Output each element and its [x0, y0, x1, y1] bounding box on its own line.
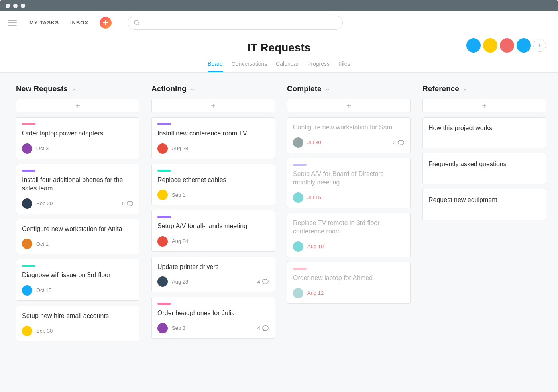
tab-conversations[interactable]: Conversations — [232, 61, 267, 72]
assignee-avatar[interactable] — [22, 198, 32, 209]
card-title: Order laptop power adapters — [22, 129, 134, 138]
window-dot — [6, 4, 10, 8]
tab-board[interactable]: Board — [208, 61, 222, 72]
add-card-button[interactable]: + — [16, 99, 140, 112]
add-card-button[interactable]: + — [287, 99, 411, 112]
task-card[interactable]: Setup new hire email accountsSep 30 — [16, 306, 140, 341]
column: New Requests⌄+Order laptop power adapter… — [16, 84, 140, 346]
task-card[interactable]: Diagnose wifi issue on 3rd floorOct 15 — [16, 259, 140, 301]
nav-inbox[interactable]: INBOX — [70, 20, 88, 25]
assignee-avatar[interactable] — [293, 192, 303, 203]
assignee-avatar[interactable] — [157, 323, 168, 333]
card-title: Install four additional phones for the s… — [22, 176, 134, 193]
card-tag — [22, 123, 35, 125]
card-footer: Oct 3 — [22, 143, 134, 154]
task-card[interactable]: How this project works — [422, 117, 546, 148]
column-title: New Requests — [16, 84, 68, 93]
card-tag — [22, 265, 35, 267]
card-footer: Sep 34 — [157, 323, 269, 333]
task-card[interactable]: Configure new workstation for AnitaOct 1 — [16, 219, 140, 255]
task-card[interactable]: Setup A/V for all-hands meetingAug 24 — [151, 210, 275, 252]
card-tag — [22, 170, 35, 172]
task-card[interactable]: Install new conference room TVAug 28 — [151, 117, 275, 159]
assignee-avatar[interactable] — [293, 241, 303, 252]
column-header[interactable]: New Requests⌄ — [16, 84, 140, 93]
task-card[interactable]: Order headphones for JuliaSep 34 — [151, 297, 275, 339]
member-avatar[interactable] — [517, 38, 531, 53]
card-footer: Aug 284 — [157, 276, 269, 287]
task-card[interactable]: Update printer driversAug 284 — [151, 257, 275, 292]
assignee-avatar[interactable] — [157, 276, 168, 287]
assignee-avatar[interactable] — [293, 137, 303, 148]
assignee-avatar[interactable] — [22, 143, 32, 154]
due-date: Sep 20 — [36, 200, 53, 206]
card-footer: Jul 15 — [293, 192, 405, 203]
card-footer: Aug 12 — [293, 288, 405, 298]
due-date: Jul 30 — [307, 139, 321, 145]
comment-count[interactable]: 4 — [257, 325, 269, 332]
menu-icon[interactable] — [8, 20, 17, 26]
task-card[interactable]: Replace ethernet cablesSep 1 — [151, 164, 275, 206]
tab-progress[interactable]: Progress — [307, 61, 330, 72]
task-card[interactable]: Order new laptop for AhmedAug 12 — [287, 262, 411, 304]
chevron-down-icon: ⌄ — [191, 86, 195, 92]
assignee-avatar[interactable] — [22, 326, 32, 336]
assignee-avatar[interactable] — [157, 190, 168, 200]
column-header[interactable]: Actioning⌄ — [151, 84, 275, 93]
window-dot — [21, 4, 25, 8]
task-card[interactable]: Replace TV remote in 3rd floor conferenc… — [287, 213, 411, 257]
assignee-avatar[interactable] — [157, 143, 168, 154]
due-date: Sep 1 — [172, 192, 185, 198]
comment-icon — [397, 139, 405, 146]
add-card-button[interactable]: + — [422, 99, 546, 112]
add-card-button[interactable]: + — [151, 99, 275, 112]
task-card[interactable]: Setup A/V for Board of Directors monthly… — [287, 158, 411, 208]
card-title: Setup new hire email accounts — [22, 312, 134, 320]
chevron-down-icon: ⌄ — [463, 86, 467, 92]
column-title: Complete — [287, 84, 322, 93]
task-card[interactable]: Request new equipment — [422, 189, 546, 220]
assignee-avatar[interactable] — [157, 236, 168, 247]
comment-icon — [262, 278, 269, 285]
card-title: Setup A/V for all-hands meeting — [157, 222, 269, 231]
due-date: Oct 3 — [36, 145, 49, 151]
column: Complete⌄+Configure new workstation for … — [287, 84, 411, 308]
assignee-avatar[interactable] — [22, 239, 32, 249]
card-footer: Sep 205 — [22, 198, 134, 209]
add-button[interactable] — [100, 17, 112, 29]
add-member-button[interactable]: + — [533, 39, 546, 52]
card-tag — [293, 164, 307, 166]
card-footer: Oct 15 — [22, 285, 134, 296]
column-header[interactable]: Complete⌄ — [287, 84, 411, 93]
card-tag — [293, 268, 307, 270]
card-title: Replace TV remote in 3rd floor conferenc… — [293, 219, 405, 236]
due-date: Oct 15 — [36, 287, 51, 293]
card-tag — [157, 123, 171, 125]
chevron-down-icon: ⌄ — [72, 86, 76, 92]
nav-my-tasks[interactable]: MY TASKS — [29, 20, 59, 25]
column: Reference⌄+How this project worksFrequen… — [422, 84, 546, 225]
task-card[interactable]: Frequently asked questions — [422, 153, 546, 184]
tab-files[interactable]: Files — [338, 61, 350, 72]
comment-count[interactable]: 4 — [257, 278, 269, 285]
comment-count[interactable]: 2 — [393, 139, 405, 146]
assignee-avatar[interactable] — [22, 285, 32, 296]
task-card[interactable]: Order laptop power adaptersOct 3 — [16, 117, 140, 159]
board: New Requests⌄+Order laptop power adapter… — [0, 73, 558, 358]
assignee-avatar[interactable] — [293, 288, 303, 298]
card-title: Configure new workstation for Anita — [22, 225, 134, 233]
column-header[interactable]: Reference⌄ — [422, 84, 546, 93]
comment-icon — [126, 200, 134, 207]
due-date: Jul 15 — [307, 194, 321, 200]
card-title: Replace ethernet cables — [157, 176, 269, 184]
member-avatar[interactable] — [500, 38, 514, 53]
comment-count[interactable]: 5 — [122, 200, 134, 207]
search-input[interactable] — [128, 16, 343, 30]
card-footer: Aug 10 — [293, 241, 405, 252]
task-card[interactable]: Configure new workstation for SamJul 302 — [287, 117, 411, 153]
tab-calendar[interactable]: Calendar — [276, 61, 299, 72]
card-title: Install new conference room TV — [157, 129, 269, 138]
task-card[interactable]: Install four additional phones for the s… — [16, 164, 140, 214]
member-avatar[interactable] — [483, 38, 497, 53]
member-avatar[interactable] — [466, 38, 481, 53]
